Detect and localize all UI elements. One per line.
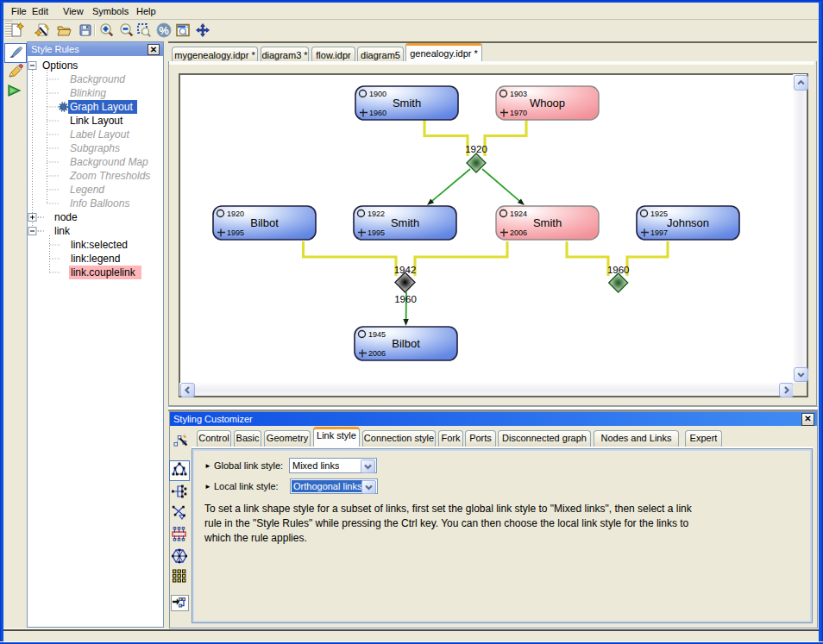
svg-text:1900: 1900 (369, 90, 386, 98)
svg-text:Smith: Smith (393, 97, 421, 109)
svg-text:Whoop: Whoop (530, 97, 565, 109)
svg-text:1995: 1995 (227, 228, 244, 237)
svg-text:1903: 1903 (510, 90, 527, 98)
svg-text:1920: 1920 (227, 209, 244, 218)
svg-text:1925: 1925 (650, 209, 668, 218)
svg-text:Bilbot: Bilbot (392, 337, 420, 350)
svg-text:1970: 1970 (510, 109, 527, 117)
svg-text:Smith: Smith (533, 216, 562, 229)
svg-text:Smith: Smith (391, 216, 419, 229)
svg-text:1960: 1960 (607, 265, 630, 275)
svg-text:1960: 1960 (369, 109, 386, 117)
svg-text:1997: 1997 (650, 228, 668, 237)
svg-text:1960: 1960 (394, 294, 417, 304)
svg-text:1995: 1995 (368, 228, 385, 237)
svg-text:%: % (159, 24, 169, 37)
svg-text:2006: 2006 (510, 228, 527, 237)
svg-text:2006: 2006 (368, 349, 386, 358)
svg-text:Bilbot: Bilbot (250, 216, 279, 229)
svg-text:1920: 1920 (465, 144, 487, 154)
svg-text:1945: 1945 (368, 330, 386, 339)
svg-text:Johnson: Johnson (667, 216, 709, 229)
svg-text:1942: 1942 (394, 265, 417, 275)
svg-text:1924: 1924 (510, 209, 527, 218)
svg-text:1922: 1922 (368, 209, 385, 218)
